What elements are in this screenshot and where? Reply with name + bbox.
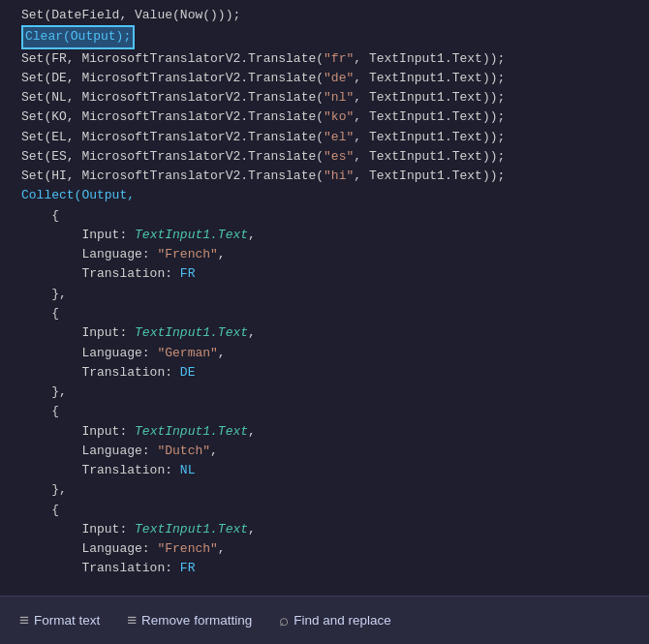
code-line: Input: TextInput1.Text, [21,226,649,245]
blue-token: FR [180,561,196,575]
code-line: Translation: NL [21,461,649,480]
code-line: Input: TextInput1.Text, [21,323,649,343]
code-line: { [21,206,649,226]
blue-token: FR [180,266,196,281]
code-line: }, [21,480,649,500]
default-token: { [21,306,59,321]
default-token: , [248,424,256,439]
default-token: Language: [21,541,157,556]
toolbar-label-remove-formatting: Remove formatting [141,613,252,628]
default-token: Set(FR, MicrosoftTranslatorV2.Translate( [21,51,324,66]
default-token: Translation: [21,266,180,281]
code-line: Language: "French", [21,245,649,264]
default-token: Language: [21,247,157,261]
string-token: "el" [324,130,354,144]
default-token: , [248,228,256,242]
code-lines: Set(DateField, Value(Now()));Clear(Outpu… [0,0,649,585]
toolbar-icon-remove-formatting: ≡ [127,611,137,630]
code-line: { [21,402,649,421]
string-token: "hi" [324,169,354,183]
string-token: "fr" [324,51,354,66]
blue-token: DE [180,365,196,380]
code-editor: Set(DateField, Value(Now()));Clear(Outpu… [0,0,649,644]
default-token: , [210,444,218,458]
code-line: Set(HI, MicrosoftTranslatorV2.Translate(… [21,167,649,186]
default-token: , TextInput1.Text)); [354,130,505,144]
default-token: Translation: [21,463,180,477]
code-line: Translation: FR [21,264,649,284]
default-token: Set(HI, MicrosoftTranslatorV2.Translate( [21,169,324,183]
default-token: , [248,325,256,340]
default-token: }, [21,482,67,497]
code-line: Input: TextInput1.Text, [21,422,649,442]
default-token: Input: [21,228,135,242]
default-token: Set(NL, MicrosoftTranslatorV2.Translate( [21,90,324,105]
default-token: }, [21,287,67,301]
code-line: Clear(Output); [21,25,649,48]
default-token: Translation: [21,561,180,575]
italic-token: TextInput1.Text [135,424,248,439]
default-token: , TextInput1.Text)); [354,169,505,183]
code-line: Set(DateField, Value(Now())); [21,6,649,25]
code-line: Set(ES, MicrosoftTranslatorV2.Translate(… [21,147,649,167]
code-line: Collect(Output, [21,186,649,205]
default-token: , [218,346,226,360]
code-line: Set(KO, MicrosoftTranslatorV2.Translate(… [21,107,649,127]
highlighted-token: Clear(Output); [21,25,135,48]
blue-token: Collect(Output, [21,188,135,202]
string-token: "German" [157,346,217,360]
default-token: Set(DateField, Value(Now())); [21,8,240,22]
code-line: }, [21,383,649,402]
default-token: Input: [21,522,135,537]
code-line: Translation: DE [21,363,649,383]
default-token: , [218,541,226,556]
default-token: { [21,208,59,223]
toolbar-icon-find-replace: ⌕ [279,611,289,630]
string-token: "nl" [324,90,354,105]
code-line: Language: "German", [21,344,649,363]
toolbar-btn-find-replace[interactable]: ⌕Find and replace [269,607,401,634]
default-token: Language: [21,346,157,360]
toolbar-icon-format-text: ≡ [19,611,29,630]
default-token: Translation: [21,365,180,380]
default-token: , TextInput1.Text)); [354,149,505,164]
code-line: Set(DE, MicrosoftTranslatorV2.Translate(… [21,69,649,88]
default-token: Set(KO, MicrosoftTranslatorV2.Translate( [21,109,324,124]
string-token: "de" [324,71,354,85]
default-token: Language: [21,444,157,458]
toolbar-btn-remove-formatting[interactable]: ≡Remove formatting [117,607,262,634]
italic-token: TextInput1.Text [135,228,248,242]
string-token: "es" [324,149,354,164]
default-token: Set(DE, MicrosoftTranslatorV2.Translate( [21,71,324,85]
default-token: Set(EL, MicrosoftTranslatorV2.Translate( [21,130,324,144]
string-token: "Dutch" [157,444,210,458]
string-token: "ko" [324,109,354,124]
toolbar-label-format-text: Format text [34,613,100,628]
default-token: { [21,503,59,517]
code-line: }, [21,285,649,304]
default-token: Set(ES, MicrosoftTranslatorV2.Translate( [21,149,324,164]
string-token: "French" [157,541,217,556]
toolbar: ≡Format text≡Remove formatting⌕Find and … [0,596,649,644]
code-area[interactable]: Set(DateField, Value(Now()));Clear(Outpu… [0,0,649,596]
code-line: Set(EL, MicrosoftTranslatorV2.Translate(… [21,128,649,147]
code-line: Language: "Dutch", [21,442,649,461]
code-line: { [21,501,649,520]
default-token: , TextInput1.Text)); [354,71,505,85]
default-token: { [21,404,59,418]
default-token: Input: [21,424,135,439]
default-token: , [248,522,256,537]
default-token: }, [21,384,67,399]
default-token: , TextInput1.Text)); [354,109,505,124]
code-line: Language: "French", [21,539,649,559]
code-line: Set(NL, MicrosoftTranslatorV2.Translate(… [21,88,649,107]
blue-token: NL [180,463,196,477]
italic-token: TextInput1.Text [135,522,248,537]
toolbar-label-find-replace: Find and replace [294,613,391,628]
code-line: { [21,304,649,323]
toolbar-btn-format-text[interactable]: ≡Format text [10,607,109,634]
code-line: Translation: FR [21,559,649,578]
italic-token: TextInput1.Text [135,325,248,340]
default-token: , [218,247,226,261]
default-token: , TextInput1.Text)); [354,90,505,105]
